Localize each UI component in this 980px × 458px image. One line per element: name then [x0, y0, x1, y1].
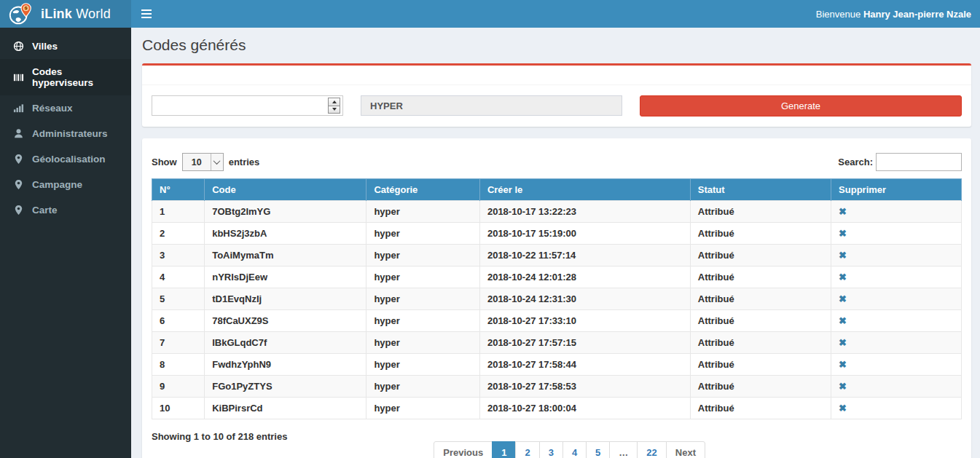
table-row: 6 78fCaUXZ9S hyper 2018-10-27 17:33:10 A… — [152, 310, 962, 332]
column-header-code[interactable]: Code — [205, 179, 366, 201]
svg-text:$: $ — [25, 5, 28, 10]
search-label: Search: — [838, 157, 873, 167]
cell-creer-le: 2018-10-22 11:57:14 — [479, 245, 690, 266]
search-input[interactable] — [876, 153, 962, 171]
delete-icon[interactable]: ✖ — [839, 294, 847, 304]
sidebar-item-campagne[interactable]: Campagne — [0, 172, 131, 197]
cell-numero: 8 — [152, 354, 205, 376]
pagination-page-1-button[interactable]: 1 — [492, 441, 516, 458]
cell-statut: Attribué — [690, 310, 831, 332]
sidebar-item-label: Villes — [32, 41, 58, 52]
pagination-next-button[interactable]: Next — [666, 441, 705, 458]
cell-numero: 9 — [152, 376, 205, 398]
brand-logo[interactable]: $ iLink World — [0, 0, 131, 28]
sidebar-item-reseaux[interactable]: Réseaux — [0, 95, 131, 121]
cell-code: kbHS2j3zbA — [205, 223, 366, 245]
cell-statut: Attribué — [690, 354, 831, 376]
cell-statut: Attribué — [690, 376, 831, 398]
cell-code: 78fCaUXZ9S — [205, 310, 366, 332]
cell-statut: Attribué — [690, 332, 831, 354]
cell-numero: 7 — [152, 332, 205, 354]
show-label: Show — [152, 157, 177, 167]
cell-categorie: hyper — [366, 354, 480, 376]
stepper-up-button[interactable] — [329, 98, 340, 106]
pagination-page-3-button[interactable]: 3 — [539, 441, 563, 458]
cell-numero: 5 — [152, 288, 205, 310]
entries-label: entries — [229, 157, 260, 167]
cell-categorie: hyper — [366, 223, 480, 245]
cell-categorie: hyper — [366, 398, 480, 419]
cell-code: FwdhzYphN9 — [205, 354, 366, 376]
page-length-select[interactable]: 10 — [182, 153, 224, 171]
delete-icon[interactable]: ✖ — [839, 316, 847, 325]
column-header-creer-le[interactable]: Créer le — [479, 179, 690, 201]
sidebar-item-label: Codes hyperviseurs — [32, 66, 120, 88]
cell-creer-le: 2018-10-27 17:33:10 — [479, 310, 690, 332]
welcome-message: Bienvenue Hanry Jean-pierre Nzale — [816, 9, 971, 20]
sidebar-toggle-button[interactable] — [131, 0, 162, 28]
delete-icon[interactable]: ✖ — [839, 250, 847, 260]
delete-icon[interactable]: ✖ — [839, 382, 847, 391]
quantity-input[interactable] — [152, 96, 328, 115]
top-navbar: Bienvenue Hanry Jean-pierre Nzale — [131, 0, 980, 28]
cell-code: FGo1PyZTYS — [205, 376, 366, 398]
delete-icon[interactable]: ✖ — [839, 207, 847, 216]
cell-creer-le: 2018-10-27 18:00:04 — [479, 398, 690, 419]
generate-button[interactable]: Generate — [640, 95, 962, 117]
cell-creer-le: 2018-10-27 17:58:44 — [479, 354, 690, 376]
sidebar: $ iLink World Villes Codes hyperviseurs — [0, 0, 131, 458]
pagination-ellipsis: … — [609, 441, 638, 458]
sidebar-item-codes-hyperviseurs[interactable]: Codes hyperviseurs — [0, 59, 131, 95]
column-header-supprimer[interactable]: Supprimer — [831, 179, 962, 201]
pagination-page-2-button[interactable]: 2 — [515, 441, 539, 458]
sidebar-item-carte[interactable]: Carte — [0, 197, 131, 223]
sidebar-item-label: Réseaux — [32, 103, 73, 114]
cell-creer-le: 2018-10-17 13:22:23 — [479, 201, 690, 223]
map-marker-icon — [13, 154, 24, 165]
table-row: 10 KiBPirsrCd hyper 2018-10-27 18:00:04 … — [152, 398, 962, 419]
pagination: Previous 1 2 3 4 5 … 22 Next — [434, 441, 705, 458]
cell-categorie: hyper — [366, 376, 480, 398]
delete-icon[interactable]: ✖ — [839, 272, 847, 282]
column-header-categorie[interactable]: Catégorie — [366, 179, 480, 201]
page-title: Codes générés — [142, 34, 971, 56]
pagination-page-5-button[interactable]: 5 — [586, 441, 610, 458]
cell-statut: Attribué — [690, 245, 831, 266]
quantity-stepper — [328, 98, 340, 114]
stepper-down-button[interactable] — [329, 106, 340, 114]
chevron-down-icon — [213, 157, 221, 165]
cell-categorie: hyper — [366, 288, 480, 310]
cell-code: IBkGLqdC7f — [205, 332, 366, 354]
codes-table: N° Code Catégorie Créer le Statut Suppri… — [152, 178, 962, 419]
cell-numero: 3 — [152, 245, 205, 266]
delete-icon[interactable]: ✖ — [839, 360, 847, 369]
column-header-numero[interactable]: N° — [152, 179, 205, 201]
sidebar-item-villes[interactable]: Villes — [0, 33, 131, 59]
sidebar-item-label: Géolocalisation — [32, 154, 106, 165]
cell-numero: 2 — [152, 223, 205, 245]
cell-code: ToAiMymaTm — [205, 245, 366, 266]
pagination-page-4-button[interactable]: 4 — [562, 441, 587, 458]
delete-icon[interactable]: ✖ — [839, 338, 847, 347]
cell-numero: 1 — [152, 201, 205, 223]
code-generator-panel: Generate — [142, 63, 971, 127]
pagination-page-22-button[interactable]: 22 — [637, 441, 666, 458]
panel-header — [142, 66, 971, 85]
barcode-icon — [13, 72, 24, 83]
sidebar-menu: Villes Codes hyperviseurs Réseaux — [0, 28, 131, 223]
cell-numero: 4 — [152, 266, 205, 288]
table-row: 7 IBkGLqdC7f hyper 2018-10-27 17:57:15 A… — [152, 332, 962, 354]
cell-categorie: hyper — [366, 310, 480, 332]
globe-icon — [13, 41, 24, 52]
delete-icon[interactable]: ✖ — [839, 403, 847, 413]
sidebar-item-geolocalisation[interactable]: Géolocalisation — [0, 146, 131, 172]
category-input — [361, 95, 622, 116]
sidebar-item-administrateurs[interactable]: Administrateurs — [0, 121, 131, 146]
pagination-previous-button[interactable]: Previous — [434, 441, 493, 458]
column-header-statut[interactable]: Statut — [690, 179, 831, 201]
table-controls: Show 10 entries Search: — [152, 153, 962, 171]
delete-icon[interactable]: ✖ — [839, 229, 847, 238]
cell-categorie: hyper — [366, 245, 480, 266]
table-row: 8 FwdhzYphN9 hyper 2018-10-27 17:58:44 A… — [152, 354, 962, 376]
table-row: 9 FGo1PyZTYS hyper 2018-10-27 17:58:53 A… — [152, 376, 962, 398]
